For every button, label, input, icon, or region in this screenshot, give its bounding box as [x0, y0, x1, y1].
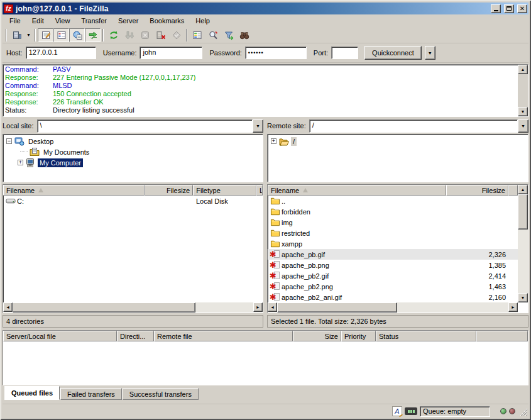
log-scrollbar[interactable]: ▲ ▼ — [518, 65, 528, 116]
site-manager-dropdown[interactable]: ▼ — [25, 28, 33, 42]
file-search-button[interactable] — [236, 28, 252, 42]
file-row-c-drive[interactable]: C: Local Disk — [3, 196, 263, 206]
remote-site-value[interactable]: / — [309, 119, 518, 133]
column-filetype[interactable]: Filetype — [193, 185, 256, 196]
queue-tabs: Queued files Failed transfers Successful… — [3, 385, 528, 400]
column-direction[interactable]: Directi... — [117, 331, 154, 341]
tab-failed-transfers[interactable]: Failed transfers — [60, 388, 122, 400]
column-filesize[interactable]: Filesize — [145, 185, 193, 196]
directory-comparison-button[interactable] — [189, 28, 205, 42]
column-last-modified[interactable]: L — [256, 185, 263, 196]
local-site-value[interactable]: \ — [37, 119, 253, 133]
menu-file[interactable]: File — [4, 16, 26, 26]
combo-dropdown-icon[interactable]: ▼ — [518, 119, 528, 133]
column-remote-file[interactable]: Remote file — [154, 331, 293, 341]
tree-item-desktop[interactable]: − Desktop — [3, 136, 263, 146]
file-row-apache-pb-png[interactable]: ✱apache_pb.png 1,385 — [268, 260, 518, 270]
column-filename[interactable]: Filename — [268, 185, 446, 196]
tab-queued-files[interactable]: Queued files — [4, 386, 60, 400]
scroll-left-icon[interactable]: ◄ — [3, 302, 13, 312]
resize-grip[interactable] — [519, 407, 527, 416]
menu-edit[interactable]: Edit — [26, 16, 50, 26]
menu-help[interactable]: Help — [190, 16, 216, 26]
tree-item-root[interactable]: + / — [268, 136, 528, 146]
scrollbar-thumb[interactable] — [518, 194, 528, 229]
file-row-parent-dir[interactable]: .. — [268, 196, 518, 206]
scroll-up-icon[interactable]: ▲ — [518, 185, 528, 194]
expand-icon[interactable]: + — [18, 160, 23, 165]
menu-server[interactable]: Server — [112, 16, 144, 26]
remote-horizontal-scrollbar[interactable]: ◄ ► — [268, 302, 518, 312]
folder-icon — [270, 239, 280, 248]
maximize-button[interactable] — [504, 4, 514, 13]
port-input[interactable] — [331, 47, 358, 59]
close-button[interactable]: ✕ — [517, 4, 527, 13]
file-row-apache-pb2-gif[interactable]: ✱apache_pb2.gif 2,414 — [268, 270, 518, 281]
local-horizontal-scrollbar[interactable]: ◄ ► — [3, 302, 263, 312]
data-type-indicator-icon[interactable]: A — [392, 406, 402, 416]
username-input[interactable]: john — [140, 47, 202, 59]
process-queue-button[interactable] — [121, 28, 137, 42]
scroll-right-icon[interactable]: ► — [508, 302, 518, 312]
site-manager-button[interactable] — [9, 28, 25, 42]
remote-list-rows: .. forbidden img restricted — [268, 196, 518, 302]
tree-item-my-documents[interactable]: My Documents — [3, 146, 263, 157]
scroll-left-icon[interactable]: ◄ — [268, 302, 277, 312]
tab-successful-transfers[interactable]: Successful transfers — [123, 388, 199, 400]
menu-bookmarks[interactable]: Bookmarks — [144, 16, 190, 26]
tree-item-my-computer[interactable]: + My Computer — [3, 157, 263, 168]
collapse-icon[interactable]: − — [6, 138, 12, 144]
remote-site-combo[interactable]: / ▼ — [309, 119, 528, 133]
password-input[interactable]: •••••• — [245, 47, 307, 59]
window-title: john@127.0.0.1 - FileZilla — [16, 4, 488, 13]
column-status[interactable]: Status — [376, 331, 476, 341]
remote-vertical-scrollbar[interactable]: ▲ ▼ — [518, 185, 528, 302]
file-row-apache-pb2-png[interactable]: ✱apache_pb2.png 1,463 — [268, 281, 518, 292]
cancel-button[interactable] — [137, 28, 153, 42]
file-row-apache-pb-gif[interactable]: ✱apache_pb.gif 2,326 — [268, 249, 518, 260]
scrollbar-thumb[interactable] — [277, 302, 397, 312]
filezilla-logo-icon: fz — [4, 4, 13, 13]
column-filename[interactable]: Filename — [3, 185, 145, 196]
scroll-down-icon[interactable]: ▼ — [518, 107, 528, 116]
combo-dropdown-icon[interactable]: ▼ — [253, 119, 263, 133]
toggle-transfer-queue-button[interactable] — [85, 28, 101, 42]
column-priority[interactable]: Priority — [341, 331, 376, 341]
local-site-combo[interactable]: \ ▼ — [37, 119, 263, 133]
directory-listing-filters-button[interactable] — [221, 28, 236, 42]
file-row-xampp[interactable]: xampp — [268, 238, 518, 249]
minimize-button[interactable] — [491, 4, 501, 13]
column-size[interactable]: Size — [293, 331, 341, 341]
local-pane: Local site: \ ▼ − Desktop My Documents — [3, 119, 263, 328]
quickconnect-button[interactable]: Quickconnect — [364, 46, 422, 60]
file-row-img[interactable]: img — [268, 217, 518, 228]
toggle-message-log-button[interactable] — [38, 28, 53, 42]
file-row-restricted[interactable]: restricted — [268, 228, 518, 238]
disconnect-button[interactable] — [153, 28, 168, 42]
scrollbar-thumb[interactable] — [518, 74, 528, 107]
host-input[interactable]: 127.0.0.1 — [26, 47, 96, 59]
scroll-up-icon[interactable]: ▲ — [518, 65, 528, 74]
column-filesize[interactable]: Filesize — [446, 185, 508, 196]
speed-limit-icon[interactable] — [405, 407, 417, 415]
scroll-down-icon[interactable]: ▼ — [518, 293, 528, 302]
toggle-remote-tree-button[interactable] — [69, 28, 85, 42]
menu-transfer[interactable]: Transfer — [75, 16, 112, 26]
transfer-queue-icon — [88, 30, 98, 40]
file-row-forbidden[interactable]: forbidden — [268, 206, 518, 217]
refresh-button[interactable] — [106, 28, 121, 42]
scrollbar-thumb[interactable] — [13, 302, 195, 312]
column-server-local-file[interactable]: Server/Local file — [3, 331, 117, 341]
scroll-right-icon[interactable]: ► — [253, 302, 263, 312]
column-spacer — [508, 185, 518, 196]
title-bar[interactable]: fz john@127.0.0.1 - FileZilla ✕ — [3, 3, 528, 14]
reconnect-button[interactable] — [168, 28, 184, 42]
quickconnect-dropdown[interactable]: ▼ — [425, 46, 435, 60]
receive-activity-led-icon — [509, 408, 515, 414]
synchronized-browsing-button[interactable] — [205, 28, 221, 42]
file-row-apache-pb2-ani-gif[interactable]: ✱apache_pb2_ani.gif 2,160 — [268, 292, 518, 302]
expand-icon[interactable]: + — [271, 138, 276, 144]
toggle-local-tree-button[interactable] — [53, 28, 69, 42]
menu-view[interactable]: View — [50, 16, 76, 26]
quickconnect-bar: Host: 127.0.0.1 Username: john Password:… — [3, 43, 528, 63]
